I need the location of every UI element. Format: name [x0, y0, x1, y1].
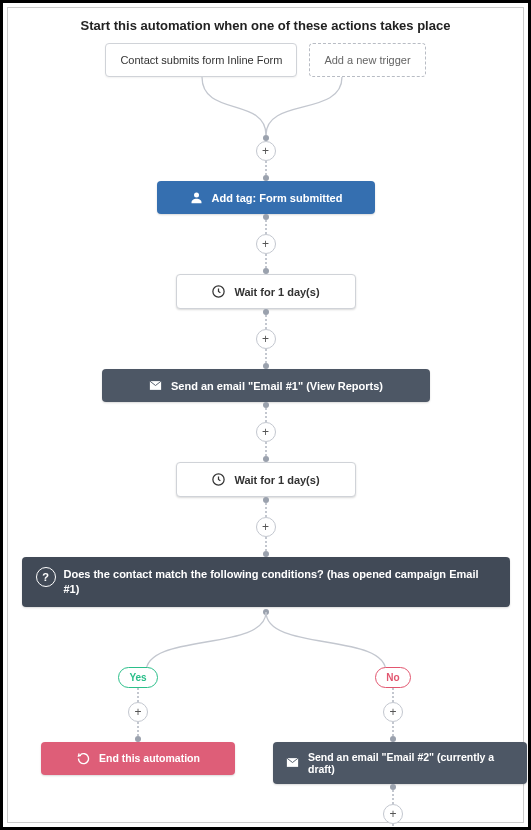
connector-line	[137, 722, 139, 736]
end-icon	[76, 751, 91, 766]
add-trigger-button[interactable]: Add a new trigger	[309, 43, 425, 77]
trigger-existing[interactable]: Contact submits form Inline Form	[105, 43, 297, 77]
add-step-button[interactable]: +	[128, 702, 148, 722]
envelope-icon	[148, 378, 163, 393]
node-label: Send an email "Email #1" (View Reports)	[171, 380, 383, 392]
add-step-button[interactable]: +	[256, 234, 276, 254]
add-step-button[interactable]: +	[256, 517, 276, 537]
node-label: Wait for 1 day(s)	[234, 286, 319, 298]
connector-line	[265, 220, 267, 234]
user-icon	[189, 190, 204, 205]
condition-node[interactable]: ? Does the contact match the following c…	[22, 557, 510, 607]
connector-dot	[135, 736, 141, 742]
branch-yes-label[interactable]: Yes	[118, 667, 157, 688]
svg-point-0	[194, 193, 199, 198]
connector-line	[265, 442, 267, 456]
action-wait-2[interactable]: Wait for 1 day(s)	[176, 462, 356, 497]
clock-icon	[211, 284, 226, 299]
add-step-button[interactable]: +	[256, 329, 276, 349]
action-end-automation-yes[interactable]: End this automation	[41, 742, 235, 775]
question-icon: ?	[36, 567, 56, 587]
node-label: Add tag: Form submitted	[212, 192, 343, 204]
connector-line	[265, 408, 267, 422]
add-step-button[interactable]: +	[383, 702, 403, 722]
connector-line	[265, 254, 267, 268]
connector-line	[392, 688, 394, 702]
node-label: Does the contact match the following con…	[64, 567, 496, 597]
connector-line	[265, 537, 267, 551]
action-send-email-1[interactable]: Send an email "Email #1" (View Reports)	[102, 369, 430, 402]
node-label: End this automation	[99, 752, 200, 764]
add-step-button[interactable]: +	[383, 804, 403, 824]
merge-connector	[116, 77, 416, 135]
connector-line	[392, 722, 394, 736]
connector-dot	[390, 736, 396, 742]
connector-line	[392, 824, 394, 830]
clock-icon	[211, 472, 226, 487]
add-step-button[interactable]: +	[256, 141, 276, 161]
node-label: Send an email "Email #2" (currently a dr…	[308, 751, 515, 775]
connector-line	[392, 790, 394, 804]
node-label: Wait for 1 day(s)	[234, 474, 319, 486]
add-step-button[interactable]: +	[256, 422, 276, 442]
page-title: Start this automation when one of these …	[18, 18, 513, 33]
envelope-icon	[285, 755, 300, 770]
connector-line	[137, 688, 139, 702]
connector-line	[265, 349, 267, 363]
action-add-tag[interactable]: Add tag: Form submitted	[157, 181, 375, 214]
branch-no-label[interactable]: No	[375, 667, 410, 688]
connector-line	[265, 161, 267, 175]
action-wait-1[interactable]: Wait for 1 day(s)	[176, 274, 356, 309]
connector-line	[265, 315, 267, 329]
action-send-email-2[interactable]: Send an email "Email #2" (currently a dr…	[273, 742, 527, 784]
connector-line	[265, 503, 267, 517]
